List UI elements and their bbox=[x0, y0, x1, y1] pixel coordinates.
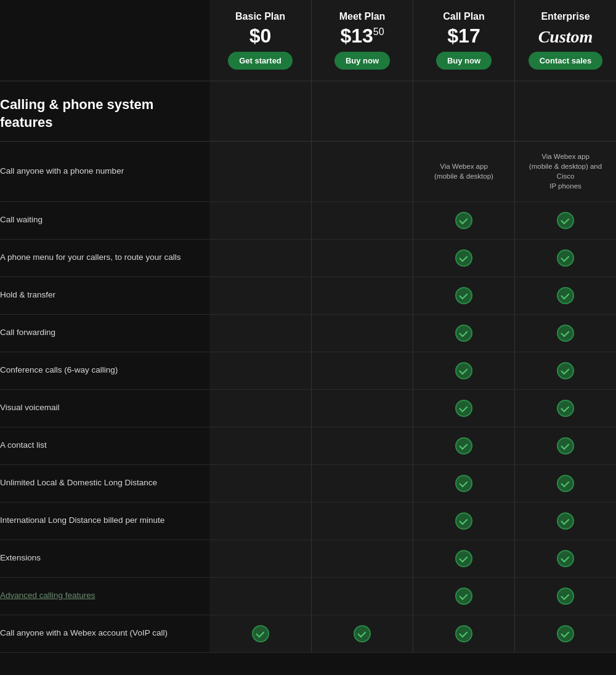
feature-label-10: Extensions bbox=[0, 540, 209, 578]
feature-call-12 bbox=[413, 615, 514, 653]
feature-meet-12 bbox=[311, 615, 413, 653]
feature-call-11 bbox=[413, 578, 514, 615]
feature-basic-8 bbox=[209, 465, 311, 503]
check-icon bbox=[455, 325, 472, 342]
feature-meet-3 bbox=[311, 277, 413, 315]
feature-call-4 bbox=[413, 315, 514, 352]
feature-call-6 bbox=[413, 390, 514, 427]
feature-basic-1 bbox=[209, 202, 311, 240]
check-icon bbox=[557, 249, 574, 267]
check-icon bbox=[455, 512, 472, 530]
check-icon bbox=[455, 287, 472, 304]
check-icon bbox=[557, 212, 574, 229]
feature-enterprise-3 bbox=[514, 277, 616, 315]
feature-basic-6 bbox=[209, 390, 311, 427]
feature-label-12: Call anyone with a Webex account (VoIP c… bbox=[0, 615, 209, 653]
feature-basic-9 bbox=[209, 503, 311, 540]
feature-enterprise-8 bbox=[514, 465, 616, 503]
section-header-enterprise bbox=[514, 81, 616, 142]
feature-label-11[interactable]: Advanced calling features bbox=[0, 578, 209, 615]
check-icon bbox=[455, 249, 472, 267]
feature-label-9: International Long Distance billed per m… bbox=[0, 503, 209, 540]
header-enterprise: Enterprise Custom Contact sales bbox=[514, 0, 616, 81]
feature-label-1: Call waiting bbox=[0, 202, 209, 240]
check-icon bbox=[557, 400, 574, 417]
feature-enterprise-2 bbox=[514, 240, 616, 277]
feature-label-6: Visual voicemail bbox=[0, 390, 209, 427]
call-cta-button[interactable]: Buy now bbox=[436, 52, 492, 70]
feature-call-2 bbox=[413, 240, 514, 277]
meet-plan-price: $1350 bbox=[319, 26, 405, 46]
check-icon bbox=[455, 588, 472, 605]
feature-label-4: Call forwarding bbox=[0, 315, 209, 352]
feature-call-7 bbox=[413, 427, 514, 465]
check-icon bbox=[455, 400, 472, 417]
feature-call-10 bbox=[413, 540, 514, 578]
via-text: Via Webex app (mobile & desktop) bbox=[434, 161, 493, 181]
check-icon bbox=[557, 325, 574, 342]
call-plan-price: $17 bbox=[421, 26, 507, 46]
feature-meet-1 bbox=[311, 202, 413, 240]
section-header-label: Calling & phone system features bbox=[0, 81, 209, 142]
enterprise-cta-button[interactable]: Contact sales bbox=[529, 52, 603, 70]
feature-basic-11 bbox=[209, 578, 311, 615]
feature-label-8: Unlimited Local & Domestic Long Distance bbox=[0, 465, 209, 503]
check-icon bbox=[557, 550, 574, 567]
section-header-meet bbox=[311, 81, 413, 142]
feature-label-0: Call anyone with a phone number bbox=[0, 142, 209, 201]
feature-meet-10 bbox=[311, 540, 413, 578]
feature-enterprise-5 bbox=[514, 352, 616, 390]
check-icon bbox=[455, 475, 472, 492]
feature-enterprise-10 bbox=[514, 540, 616, 578]
feature-call-5 bbox=[413, 352, 514, 390]
feature-enterprise-4 bbox=[514, 315, 616, 352]
feature-call-0: Via Webex app (mobile & desktop) bbox=[413, 142, 514, 201]
feature-call-1 bbox=[413, 202, 514, 240]
feature-enterprise-9 bbox=[514, 503, 616, 540]
enterprise-plan-price: Custom bbox=[522, 26, 609, 46]
feature-meet-9 bbox=[311, 503, 413, 540]
check-icon bbox=[557, 287, 574, 304]
feature-enterprise-12 bbox=[514, 615, 616, 653]
check-icon bbox=[557, 625, 574, 642]
meet-cta-button[interactable]: Buy now bbox=[334, 52, 390, 70]
pricing-table: Basic Plan $0 Get started Meet Plan $135… bbox=[0, 0, 616, 653]
feature-basic-12 bbox=[209, 615, 311, 653]
basic-cta-button[interactable]: Get started bbox=[228, 52, 293, 70]
check-icon bbox=[252, 625, 269, 642]
feature-label-3: Hold & transfer bbox=[0, 277, 209, 315]
feature-meet-4 bbox=[311, 315, 413, 352]
feature-call-8 bbox=[413, 465, 514, 503]
section-header-basic bbox=[209, 81, 311, 142]
feature-enterprise-11 bbox=[514, 578, 616, 615]
check-icon bbox=[354, 625, 371, 642]
header-feature-col bbox=[0, 0, 209, 81]
feature-basic-5 bbox=[209, 352, 311, 390]
feature-meet-6 bbox=[311, 390, 413, 427]
feature-meet-7 bbox=[311, 427, 413, 465]
header-basic: Basic Plan $0 Get started bbox=[209, 0, 311, 81]
feature-label-7: A contact list bbox=[0, 427, 209, 465]
feature-basic-10 bbox=[209, 540, 311, 578]
feature-meet-0 bbox=[311, 142, 413, 201]
header-meet: Meet Plan $1350 Buy now bbox=[311, 0, 413, 81]
feature-basic-3 bbox=[209, 277, 311, 315]
via-text-enterprise: Via Webex app (mobile & desktop) and Cis… bbox=[520, 152, 611, 191]
basic-plan-name: Basic Plan bbox=[217, 11, 304, 22]
basic-plan-price: $0 bbox=[217, 26, 304, 46]
feature-enterprise-1 bbox=[514, 202, 616, 240]
check-icon bbox=[557, 437, 574, 455]
check-icon bbox=[455, 550, 472, 567]
check-icon bbox=[557, 588, 574, 605]
feature-call-9 bbox=[413, 503, 514, 540]
header-call: Call Plan $17 Buy now bbox=[413, 0, 514, 81]
check-icon bbox=[455, 625, 472, 642]
feature-enterprise-6 bbox=[514, 390, 616, 427]
enterprise-plan-name: Enterprise bbox=[522, 11, 609, 22]
check-icon bbox=[455, 362, 472, 379]
check-icon bbox=[557, 362, 574, 379]
meet-plan-name: Meet Plan bbox=[319, 11, 405, 22]
feature-call-3 bbox=[413, 277, 514, 315]
feature-meet-2 bbox=[311, 240, 413, 277]
call-plan-name: Call Plan bbox=[421, 11, 507, 22]
